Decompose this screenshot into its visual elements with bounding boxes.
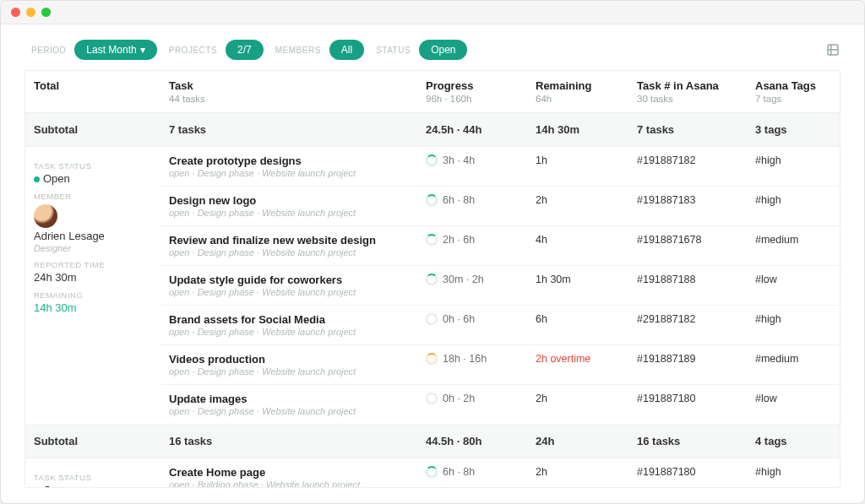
progress-cell: 0h · 2h [417,385,527,425]
reported-label: REPORTED TIME [34,260,152,269]
status-pill[interactable]: Open [419,40,467,60]
window-close-icon[interactable] [11,8,20,17]
remaining-label: REMAINING [34,290,152,300]
task-cell: Brand assets for Social Mediaopen · Desi… [160,306,417,345]
tag-cell[interactable]: #medium [747,226,840,266]
task-title: Create prototype designs [169,154,409,167]
subtotal-row: Subtotal16 tasks44.5h · 80h24h16 tasks4 … [25,425,840,458]
progress-spinner-icon [426,234,438,246]
tag-cell[interactable]: #medium [747,345,840,385]
members-pill[interactable]: All [329,40,364,60]
window-minimize-icon[interactable] [26,8,35,17]
progress-cell: 3h · 4h [417,147,527,187]
progress-text: 2h · 6h [443,234,475,246]
remaining-text: 2h overtime [536,353,590,365]
task-subtitle: open · Design phase · Website launch pro… [169,168,409,178]
window-zoom-icon[interactable] [41,8,51,17]
progress-spinner-icon [426,353,438,365]
remaining-cell: 2h [527,187,628,226]
subtotal-row: Subtotal7 tasks24.5h · 44h14h 30m7 tasks… [25,113,840,147]
task-title: Design new logo [169,194,409,207]
col-remaining-sub: 64h [527,94,628,113]
col-task: Task [160,71,417,94]
task-title: Create Home page [169,466,409,479]
status-label: STATUS [369,46,414,55]
col-taskno: Task # in Asana [628,71,747,94]
progress-cell: 6h · 8h [417,187,527,226]
avatar[interactable] [34,204,57,228]
remaining-text: 2h [536,194,547,206]
progress-cell: 2h · 6h [417,226,527,266]
task-subtitle: open · Building phase · Website launch p… [169,480,409,488]
settings-icon[interactable] [825,42,841,57]
subtotal-remaining: 14h 30m [527,113,628,147]
task-status-value: Open [34,172,152,185]
col-remaining: Remaining [527,71,628,94]
task-status-label: TASK STATUS [34,161,152,171]
tag-cell[interactable]: #high [747,187,840,226]
subtotal-taskno: 16 tasks [628,425,747,458]
task-number[interactable]: #191887182 [628,147,747,187]
progress-text: 18h · 16h [443,353,487,365]
task-cell: Videos productionopen · Design phase · W… [160,345,417,385]
task-number[interactable]: #191887188 [628,266,747,306]
progress-cell: 30m · 2h [417,266,527,306]
col-total-sub [25,94,160,113]
subtotal-progress: 44.5h · 80h [417,425,527,458]
remaining-cell: 1h [527,147,628,187]
progress-cell: 18h · 16h [417,345,527,385]
task-status-value: Open [34,484,152,488]
tag-cell[interactable]: #low [747,385,840,425]
projects-label: PROJECTS [162,46,220,55]
member-role: Designer [34,243,152,253]
task-number[interactable]: #191887183 [628,187,747,226]
task-number[interactable]: #191887180 [628,458,747,489]
report-table: Total Task Progress Remaining Task # in … [25,71,840,488]
table-row[interactable]: TASK STATUSOpenMEMBERCreate Home pageope… [25,458,840,489]
progress-cell: 0h · 6h [417,306,527,345]
table-row[interactable]: TASK STATUSOpenMEMBERAdrien LesageDesign… [25,147,840,187]
task-number[interactable]: #191887189 [628,345,747,385]
member-label: MEMBER [34,192,152,201]
projects-pill[interactable]: 2/7 [226,40,264,60]
tag-cell[interactable]: #low [747,266,840,306]
progress-spinner-icon [426,274,438,285]
report-scroll[interactable]: Total Task Progress Remaining Task # in … [24,70,841,488]
subtotal-label: Subtotal [25,425,160,458]
remaining-cell: 2h [527,458,628,489]
tag-cell[interactable]: #high [747,458,840,489]
col-progress-sub: 96h · 160h [417,94,527,113]
task-title: Update style guide for coworkers [169,274,409,286]
remaining-text: 1h 30m [536,274,571,285]
subtotal-tags: 3 tags [747,113,840,147]
task-title: Review and finalize new website design [169,234,409,247]
task-subtitle: open · Design phase · Website launch pro… [169,247,409,257]
task-number[interactable]: #1918871678 [628,226,747,266]
progress-text: 6h · 8h [443,194,475,206]
tag-cell[interactable]: #high [747,147,840,187]
task-cell: Review and finalize new website designop… [160,226,417,266]
task-subtitle: open · Design phase · Website launch pro… [169,208,409,218]
task-subtitle: open · Design phase · Website launch pro… [169,327,409,337]
task-subtitle: open · Design phase · Website launch pro… [169,287,409,297]
task-cell: Update style guide for coworkersopen · D… [160,266,417,306]
task-title: Brand assets for Social Media [169,313,409,326]
col-tags: Asana Tags [747,71,840,94]
tag-cell[interactable]: #high [747,306,840,345]
period-pill[interactable]: Last Month ▾ [74,40,156,60]
task-subtitle: open · Design phase · Website launch pro… [169,406,409,416]
remaining-value: 14h 30m [34,301,152,314]
progress-spinner-icon [426,393,438,404]
subtotal-tags: 4 tags [747,425,840,458]
col-taskno-sub: 30 tasks [628,94,747,113]
col-total: Total [25,71,160,94]
page: PERIOD Last Month ▾ PROJECTS 2/7 MEMBERS… [1,24,864,503]
reported-value: 24h 30m [34,271,152,284]
subtotal-remaining: 24h [527,425,628,458]
task-cell: Create prototype designsopen · Design ph… [160,147,417,187]
task-number[interactable]: #291887182 [628,306,747,345]
task-cell: Design new logoopen · Design phase · Web… [160,187,417,226]
task-number[interactable]: #191887180 [628,385,747,425]
titlebar [1,1,864,24]
task-title: Videos production [169,353,409,366]
